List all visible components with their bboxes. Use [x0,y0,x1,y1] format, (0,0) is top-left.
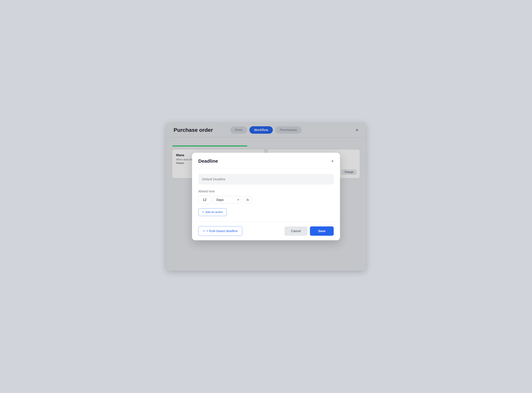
cancel-button[interactable]: Cancel [284,226,307,236]
app-window: Purchase order Form Workflow Permissions… [166,123,366,270]
save-button[interactable]: Save [310,226,334,236]
modal-header: Deadline × [192,153,340,168]
modal-overlay: Deadline × Alloted time Hours Days Weeks… [166,123,366,270]
add-action-button[interactable]: + Add an action [198,208,227,216]
rule-based-deadline-button[interactable]: + + Rule based deadline [198,226,242,236]
modal-footer: + + Rule based deadline Cancel Save [192,222,340,240]
alloted-time-row: Hours Days Weeks Months fx [198,196,334,204]
plus-icon: + [202,210,204,214]
deadline-modal: Deadline × Alloted time Hours Days Weeks… [192,153,340,240]
rule-based-label: + Rule based deadline [206,229,238,233]
modal-body: Alloted time Hours Days Weeks Months fx [192,168,340,222]
fx-icon: fx [246,198,249,202]
rule-plus-icon: + [203,229,205,233]
formula-button[interactable]: fx [244,196,252,204]
time-unit-wrapper: Hours Days Weeks Months [213,196,241,204]
alloted-time-label: Alloted time [198,190,334,193]
modal-close-button[interactable]: × [331,159,334,163]
footer-right-buttons: Cancel Save [284,226,334,236]
modal-title: Deadline [198,158,218,164]
default-deadline-input[interactable] [198,174,334,185]
time-unit-select[interactable]: Hours Days Weeks Months [213,196,241,204]
time-number-input[interactable] [198,196,211,204]
add-action-label: Add an action [205,211,223,214]
